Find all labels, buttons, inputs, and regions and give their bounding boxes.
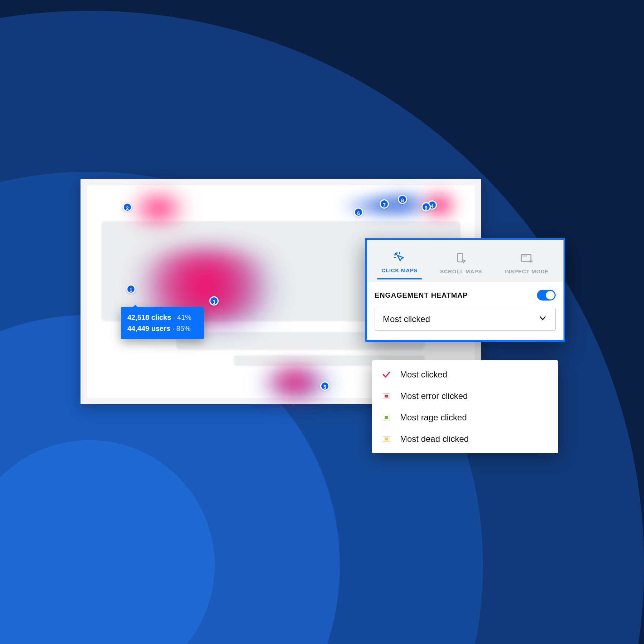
engagement-heatmap-toggle[interactable] [537,290,556,301]
option-label: Most clicked [400,370,447,380]
tooltip-users-pct: 85% [176,325,191,332]
metric-select-dropdown: Most clicked Most error clicked Most rag… [372,360,558,453]
tab-inspect-mode[interactable]: INSPECT MODE [500,249,553,279]
inspect-icon [520,252,533,266]
tab-label: CLICK MAPS [381,267,418,273]
metric-option-most-dead-clicked[interactable]: Most dead clicked [372,428,558,450]
option-label: Most dead clicked [400,434,469,444]
heatmap-controls-panel: CLICK MAPS SCROLL MAPS INSPECT MODE [365,238,565,342]
panel-tabs: CLICK MAPS SCROLL MAPS INSPECT MODE [367,240,564,282]
tooltip-users: 44,449 users [127,325,170,332]
heatmap-marker-8[interactable]: 8 [398,195,407,204]
dead-badge-icon [381,434,391,444]
heatmap-marker-tooltip: 42,518 clicks · 41% 44,449 users · 85% [121,307,204,339]
heatmap-marker-3[interactable]: 3 [209,296,219,306]
chevron-down-icon [538,313,547,325]
section-title: ENGAGEMENT HEATMAP [375,291,468,299]
svg-rect-0 [457,253,463,262]
heat-blob [123,196,194,221]
scroll-icon [455,252,468,266]
heatmap-marker-1[interactable]: 1 [126,284,136,294]
heatmap-marker-9[interactable]: 9 [421,202,431,211]
tab-label: INSPECT MODE [504,268,549,274]
tab-click-maps[interactable]: CLICK MAPS [377,248,422,279]
heatmap-marker-7[interactable]: 7 [380,199,389,209]
tooltip-clicks: 42,518 clicks [127,313,171,321]
heatmap-marker-5[interactable]: 5 [320,381,330,391]
metric-select[interactable]: Most clicked [375,308,556,331]
check-icon [381,370,391,380]
click-icon [393,251,406,265]
option-label: Most error clicked [400,391,468,401]
option-label: Most rage clicked [400,413,467,423]
rage-badge-icon [381,413,391,423]
metric-option-most-error-clicked[interactable]: Most error clicked [372,385,558,407]
tab-scroll-maps[interactable]: SCROLL MAPS [436,249,487,279]
metric-select-value: Most clicked [383,314,430,324]
tooltip-clicks-pct: 41% [177,313,191,321]
error-badge-icon [381,391,391,401]
svg-rect-1 [521,254,531,262]
metric-option-most-clicked[interactable]: Most clicked [372,364,558,385]
tab-label: SCROLL MAPS [440,268,482,274]
metric-option-most-rage-clicked[interactable]: Most rage clicked [372,407,558,428]
heatmap-marker-2[interactable]: 2 [123,203,132,212]
heatmap-marker-6[interactable]: 6 [354,208,363,217]
